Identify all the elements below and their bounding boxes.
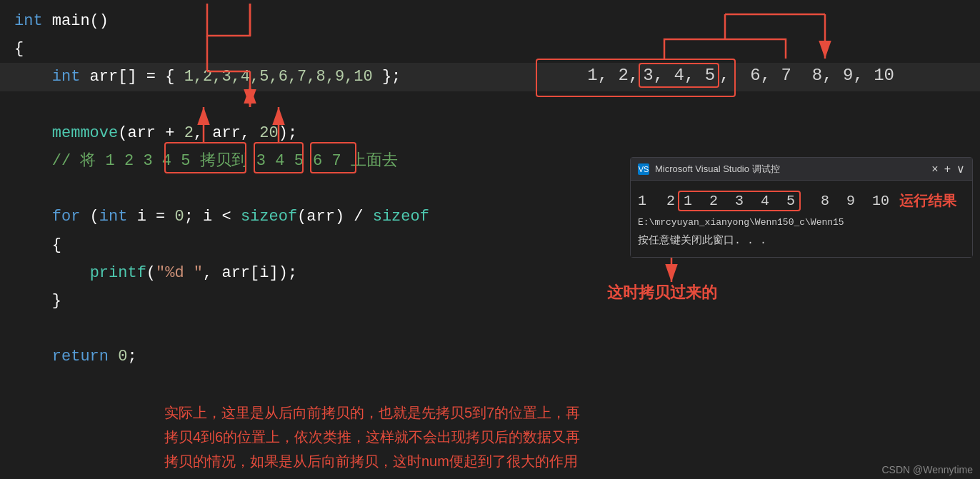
vs-titlebar-controls[interactable]: × + ∨ xyxy=(931,162,965,176)
vs-run-result-label: 运行结果 xyxy=(899,191,956,211)
vs-num-boxed-group: 1 2 3 4 5 xyxy=(678,191,801,211)
vs-title: Microsoft Visual Studio 调试控 xyxy=(655,163,780,176)
vs-titlebar-left: VS Microsoft Visual Studio 调试控 xyxy=(638,163,780,176)
vs-more-btn[interactable]: ∨ xyxy=(956,162,965,176)
copy-annotation: 这时拷贝过来的 xyxy=(607,282,717,303)
vs-num-1: 1 xyxy=(638,193,646,209)
vs-num-2: 2 xyxy=(649,193,675,209)
code-line-11: } xyxy=(0,287,980,315)
code-line-4 xyxy=(0,91,980,119)
redbox-array-range xyxy=(536,59,736,97)
code-line-5: memmove(arr + 2, arr, 20); xyxy=(0,119,980,147)
vs-titlebar: VS Microsoft Visual Studio 调试控 × + ∨ xyxy=(631,158,972,181)
watermark: CSDN @Wennytime xyxy=(881,464,973,475)
redbox-arr xyxy=(254,142,304,173)
code-line-10: printf("%d ", arr[i]); xyxy=(0,259,980,287)
vs-output-row: 1 2 1 2 3 4 5 8 9 10 运行结果 xyxy=(638,188,965,214)
code-line-2: { xyxy=(0,35,980,63)
vs-plus-btn[interactable]: + xyxy=(944,163,951,176)
vs-studio-dialog: VS Microsoft Visual Studio 调试控 × + ∨ 1 2… xyxy=(630,157,973,258)
code-line-1: int main() xyxy=(0,7,980,35)
vs-close-btn[interactable]: × xyxy=(931,163,938,176)
redbox-20 xyxy=(310,142,356,173)
code-line-12 xyxy=(0,315,980,343)
vs-icon: VS xyxy=(638,163,649,175)
explanation-line2: 拷贝4到6的位置上，依次类推，这样就不会出现拷贝后的数据又再 xyxy=(164,425,973,449)
explanation-box: 实际上，这里是从后向前拷贝的，也就是先拷贝5到7的位置上，再 拷贝4到6的位置上… xyxy=(157,395,980,479)
vs-press-line: 按任意键关闭此窗口. . . xyxy=(638,231,965,250)
explanation-line1: 实际上，这里是从后向前拷贝的，也就是先拷贝5到7的位置上，再 xyxy=(164,400,973,425)
vs-num-trail: 8 9 10 xyxy=(804,193,889,209)
code-line-13: return 0; xyxy=(0,343,980,370)
redbox-arr-plus-2 xyxy=(164,142,246,173)
array-suffix: , 6, 7 8, 9, 10 xyxy=(719,66,894,85)
vs-path-line: E:\mrcyuyan_xianyong\Wenn150_c\Wenn15 xyxy=(638,214,965,231)
vs-content: 1 2 1 2 3 4 5 8 9 10 运行结果 E:\mrcyuyan_xi… xyxy=(631,181,972,257)
explanation-line3: 拷贝的情况，如果是从后向前拷贝，这时num便起到了很大的作用 xyxy=(164,449,973,473)
